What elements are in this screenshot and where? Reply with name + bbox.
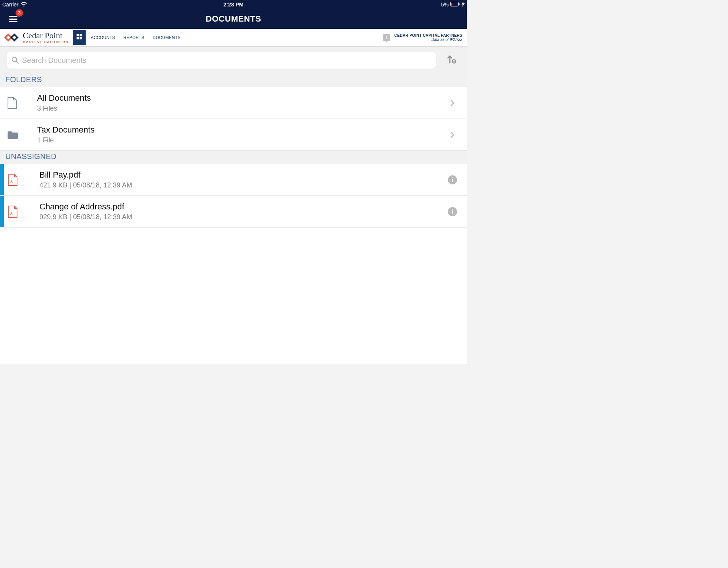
wifi-icon	[21, 2, 27, 8]
search-input-container[interactable]	[7, 52, 436, 69]
org-name-label: CEDAR POINT CAPITAL PARTNERS	[394, 33, 462, 37]
alert-icon[interactable]: !	[383, 34, 390, 41]
folder-row-tax-documents[interactable]: Tax Documents 1 File	[0, 119, 467, 151]
search-row	[0, 47, 467, 74]
charging-icon	[462, 2, 465, 8]
file-subtitle: 929.9 KB | 05/08/18, 12:39 AM	[39, 213, 445, 221]
svg-text:人: 人	[10, 180, 14, 183]
home-button[interactable]	[73, 30, 86, 45]
pdf-icon: 人	[5, 205, 39, 218]
info-icon: i	[448, 207, 457, 216]
folder-subtitle: 1 File	[37, 136, 445, 144]
svg-line-8	[16, 61, 18, 63]
tab-reports[interactable]: REPORTS	[124, 35, 144, 40]
file-row-bill-pay[interactable]: 人 Bill Pay.pdf 421.9 KB | 05/08/18, 12:3…	[0, 164, 467, 196]
unread-indicator	[0, 196, 4, 227]
sub-nav-bar: Cedar Point CAPITAL PARTNERS ACCOUNTS RE…	[0, 29, 467, 47]
file-title: Change of Address.pdf	[39, 202, 445, 212]
pdf-icon: 人	[5, 173, 39, 186]
svg-text:人: 人	[10, 212, 14, 215]
file-row-change-of-address[interactable]: 人 Change of Address.pdf 929.9 KB | 05/08…	[0, 196, 467, 228]
status-bar: Carrier 2:23 PM 5%	[0, 0, 467, 9]
file-title: Bill Pay.pdf	[39, 170, 445, 180]
tab-accounts[interactable]: ACCOUNTS	[91, 35, 115, 40]
unread-indicator	[0, 164, 4, 195]
folder-subtitle: 3 Files	[37, 105, 445, 112]
carrier-label: Carrier	[2, 2, 19, 8]
hamburger-icon	[9, 16, 17, 22]
folder-title: Tax Documents	[37, 125, 445, 135]
info-button[interactable]: i	[445, 207, 460, 216]
tab-documents[interactable]: DOCUMENTS	[153, 35, 181, 40]
svg-point-11	[454, 61, 455, 62]
app-header: 3 DOCUMENTS	[0, 9, 467, 29]
data-as-of-label: Data as of 9/27/22	[394, 37, 462, 42]
brand-mark-icon	[3, 31, 20, 44]
grid-icon	[77, 34, 82, 41]
brand-logo[interactable]: Cedar Point CAPITAL PARTNERS	[3, 31, 71, 44]
notification-badge: 3	[16, 9, 23, 17]
section-header-unassigned: UNASSIGNED	[0, 151, 467, 164]
svg-rect-1	[459, 3, 460, 5]
sort-button[interactable]	[443, 52, 460, 69]
sort-icon	[447, 55, 457, 66]
folder-title: All Documents	[37, 93, 445, 103]
search-icon	[11, 56, 19, 64]
clock-label: 2:23 PM	[224, 2, 244, 8]
page-title: DOCUMENTS	[206, 14, 261, 24]
section-header-folders: FOLDERS	[0, 74, 467, 87]
battery-pct-label: 5%	[441, 2, 449, 8]
info-button[interactable]: i	[445, 175, 460, 184]
brand-name: Cedar Point	[23, 31, 69, 40]
chevron-right-icon	[445, 100, 460, 106]
svg-point-7	[12, 57, 17, 62]
svg-rect-3	[77, 34, 79, 36]
document-icon	[7, 97, 37, 109]
info-icon: i	[448, 175, 457, 184]
battery-icon	[450, 2, 460, 8]
svg-rect-4	[80, 34, 82, 36]
svg-rect-6	[80, 37, 82, 39]
brand-subtitle: CAPITAL PARTNERS	[23, 41, 69, 44]
svg-rect-5	[77, 37, 79, 39]
chevron-right-icon	[445, 131, 460, 138]
menu-button[interactable]: 3	[6, 11, 21, 27]
folder-icon	[7, 130, 37, 139]
svg-rect-2	[451, 3, 452, 6]
file-subtitle: 421.9 KB | 05/08/18, 12:39 AM	[39, 181, 445, 189]
folder-row-all-documents[interactable]: All Documents 3 Files	[0, 87, 467, 119]
search-input[interactable]	[22, 56, 431, 65]
